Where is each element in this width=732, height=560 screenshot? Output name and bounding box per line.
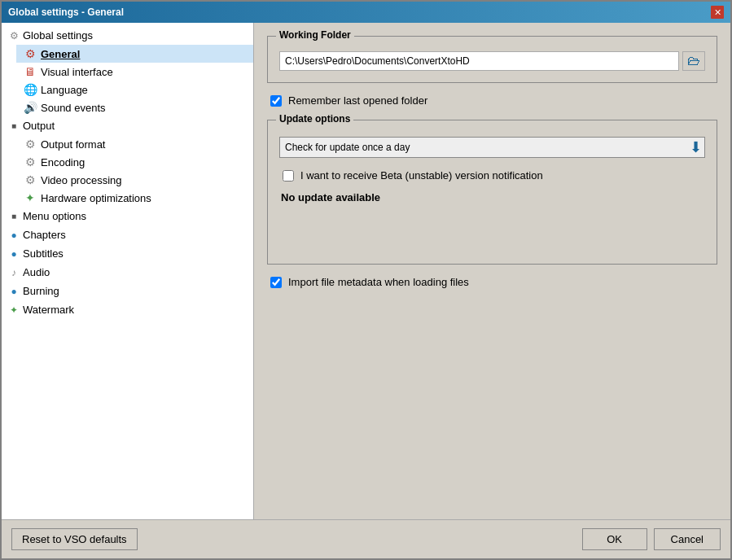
reset-defaults-button[interactable]: Reset to VSO defaults [11, 528, 138, 550]
menu-icon: ■ [8, 211, 20, 222]
remember-folder-row: Remember last opened folder [270, 94, 717, 107]
sidebar-item-label: Output [23, 120, 55, 132]
sidebar-item-global-settings[interactable]: ⚙ Global settings [2, 26, 253, 45]
import-metadata-row: Import file metadata when loading files [270, 276, 717, 288]
update-frequency-select[interactable]: Check for update once a day Check for up… [279, 137, 705, 158]
main-window: Global settings - General ✕ ⚙ Global set… [0, 0, 732, 560]
sidebar-item-label: Burning [23, 285, 59, 297]
remember-folder-label: Remember last opened folder [288, 94, 427, 107]
update-options-group: Update options Check for update once a d… [267, 120, 717, 265]
close-button[interactable]: ✕ [711, 6, 724, 19]
chapters-icon: ● [8, 230, 20, 241]
sidebar: ⚙ Global settings ⚙ General 🖥 Visual int… [2, 23, 254, 519]
video-icon: ⚙ [23, 173, 37, 187]
sidebar-item-label: Sound events [41, 102, 106, 114]
window-title: Global settings - General [8, 7, 124, 18]
sidebar-item-sound-events[interactable]: 🔊 Sound events [16, 98, 253, 116]
sidebar-item-label: Subtitles [23, 247, 64, 260]
folder-row: 🗁 [279, 51, 705, 71]
visual-icon: 🖥 [23, 64, 37, 79]
sidebar-item-label: Global settings [23, 29, 93, 42]
sidebar-item-audio[interactable]: ♪ Audio [2, 263, 253, 282]
remember-folder-checkbox[interactable] [270, 95, 282, 107]
sidebar-item-chapters[interactable]: ● Chapters [2, 225, 253, 244]
sidebar-item-encoding[interactable]: ⚙ Encoding [16, 153, 253, 171]
import-metadata-checkbox[interactable] [270, 277, 282, 288]
folder-path-input[interactable] [279, 51, 679, 71]
gear-icon: ⚙ [8, 30, 20, 42]
sidebar-item-label: Watermark [23, 304, 74, 316]
sidebar-children-output: ⚙ Output format ⚙ Encoding ⚙ Video proce… [2, 135, 253, 207]
sidebar-item-label: Video processing [41, 174, 122, 186]
sidebar-item-menu-options[interactable]: ■ Menu options [2, 207, 253, 225]
title-bar: Global settings - General ✕ [2, 2, 730, 23]
sidebar-item-label: Menu options [23, 210, 86, 222]
sidebar-item-output-format[interactable]: ⚙ Output format [16, 135, 253, 153]
sidebar-item-label: General [41, 48, 80, 60]
update-dropdown-row: Check for update once a day Check for up… [279, 137, 705, 158]
beta-notification-label: I want to receive Beta (unstable) versio… [300, 169, 543, 182]
content-area: ⚙ Global settings ⚙ General 🖥 Visual int… [2, 23, 730, 519]
sidebar-item-general[interactable]: ⚙ General [16, 45, 253, 63]
beta-notification-row: I want to receive Beta (unstable) versio… [283, 169, 705, 182]
format-icon: ⚙ [23, 137, 37, 151]
globe-icon: 🌐 [23, 82, 37, 97]
beta-notification-checkbox[interactable] [283, 170, 294, 182]
sidebar-item-label: Encoding [41, 156, 85, 168]
import-metadata-label: Import file metadata when loading files [288, 276, 469, 288]
bottom-left: Reset to VSO defaults [11, 528, 582, 550]
hardware-icon: ✦ [23, 190, 37, 205]
folder-icon: 🗁 [687, 54, 700, 68]
sidebar-item-label: Visual interface [41, 66, 113, 78]
update-spacer [279, 203, 705, 252]
sidebar-item-label: Output format [41, 138, 105, 151]
sidebar-item-label: Chapters [23, 229, 66, 241]
sidebar-item-video-processing[interactable]: ⚙ Video processing [16, 171, 253, 189]
browse-folder-button[interactable]: 🗁 [682, 51, 705, 71]
bottom-right: OK Cancel [582, 528, 721, 550]
subtitles-icon: ● [8, 248, 20, 260]
output-icon: ■ [8, 120, 20, 132]
bottom-bar: Reset to VSO defaults OK Cancel [2, 519, 730, 558]
sidebar-item-visual-interface[interactable]: 🖥 Visual interface [16, 63, 253, 81]
update-frequency-wrapper: Check for update once a day Check for up… [279, 137, 705, 158]
sound-icon: 🔊 [23, 100, 37, 115]
main-panel: Working Folder 🗁 Remember last opened fo… [254, 23, 730, 519]
working-folder-group: Working Folder 🗁 [267, 36, 717, 83]
general-icon: ⚙ [23, 46, 37, 61]
update-options-title: Update options [276, 113, 353, 125]
sidebar-item-burning[interactable]: ● Burning [2, 282, 253, 300]
sidebar-item-output[interactable]: ■ Output [2, 116, 253, 135]
working-folder-title: Working Folder [276, 29, 354, 41]
sidebar-item-subtitles[interactable]: ● Subtitles [2, 244, 253, 263]
sidebar-item-hardware-optimizations[interactable]: ✦ Hardware optimizations [16, 189, 253, 207]
no-update-label: No update available [281, 191, 705, 203]
sidebar-item-label: Audio [23, 266, 50, 278]
ok-button[interactable]: OK [582, 528, 647, 550]
sidebar-item-label: Language [41, 84, 88, 96]
sidebar-children-global: ⚙ General 🖥 Visual interface 🌐 Language … [2, 45, 253, 116]
encoding-icon: ⚙ [23, 155, 37, 169]
burning-icon: ● [8, 286, 20, 297]
sidebar-item-label: Hardware optimizations [41, 192, 151, 204]
sidebar-item-watermark[interactable]: ✦ Watermark [2, 300, 253, 319]
sidebar-item-language[interactable]: 🌐 Language [16, 81, 253, 98]
watermark-icon: ✦ [8, 304, 20, 316]
audio-icon: ♪ [8, 267, 20, 278]
cancel-button[interactable]: Cancel [654, 528, 721, 550]
